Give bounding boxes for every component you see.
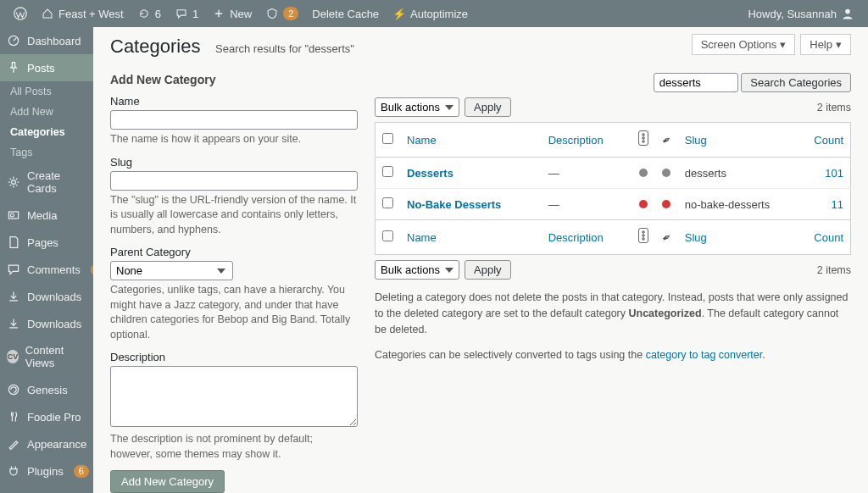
updates[interactable]: 6: [131, 7, 168, 20]
bolt-icon: ⚡: [392, 8, 406, 20]
comment-icon: [175, 7, 188, 20]
vault[interactable]: 2: [259, 7, 305, 20]
delete-cache[interactable]: Delete Cache: [305, 8, 386, 20]
wp-logo[interactable]: [7, 7, 34, 20]
site-name-label: Feast + West: [58, 8, 124, 20]
user-icon: [841, 7, 854, 20]
delete-cache-label: Delete Cache: [312, 8, 379, 20]
updates-count: 6: [155, 8, 161, 20]
wordpress-icon: [14, 7, 27, 20]
site-name[interactable]: Feast + West: [34, 7, 131, 20]
shield-icon: [265, 7, 279, 20]
autoptimize[interactable]: ⚡Autoptimize: [386, 8, 475, 20]
new-content[interactable]: New: [205, 7, 259, 20]
howdy-label: Howdy, Susannah: [748, 8, 837, 20]
svg-point-1: [845, 9, 850, 14]
comments-count: 1: [192, 8, 198, 20]
comments[interactable]: 1: [168, 7, 205, 20]
admin-bar: Feast + West 6 1 New 2 Delete Cache ⚡Aut…: [0, 0, 868, 27]
new-label: New: [230, 8, 252, 20]
autoptimize-label: Autoptimize: [410, 8, 468, 20]
my-account[interactable]: Howdy, Susannah: [741, 7, 861, 20]
plus-icon: [212, 7, 225, 20]
vault-badge: 2: [283, 7, 298, 20]
refresh-icon: [137, 7, 151, 20]
home-icon: [41, 7, 54, 20]
